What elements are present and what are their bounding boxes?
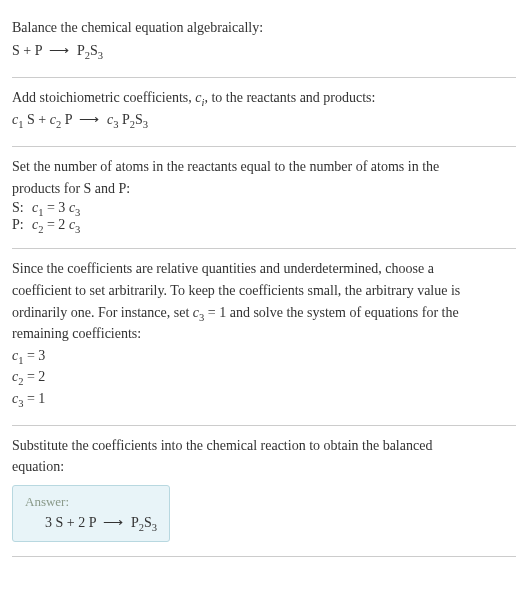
balance-row-p: P: c2 = 2 c3 — [12, 217, 516, 233]
reactant-s: S — [12, 43, 20, 58]
label-p: P: — [12, 217, 32, 233]
solve-line1: Since the coefficients are relative quan… — [12, 259, 516, 279]
p-base: P — [131, 515, 139, 530]
product-p: P — [77, 43, 85, 58]
section-add-coefficients: Add stoichiometric coefficients, ci, to … — [12, 78, 516, 148]
p-sub2: 3 — [143, 119, 148, 130]
sub-line1: Substitute the coefficients into the che… — [12, 436, 516, 456]
balance-line1: Set the number of atoms in the reactants… — [12, 157, 516, 177]
balanced-equation: 3 S + 2 P ⟶ P2S3 — [25, 514, 157, 531]
solve-line3: ordinarily one. For instance, set c3 = 1… — [12, 303, 516, 323]
arrow: ⟶ — [103, 515, 123, 530]
l3-mid: = 1 and solve the system of equations fo… — [204, 305, 458, 320]
answer-label: Answer: — [25, 494, 157, 510]
p-mid: S — [135, 112, 143, 127]
balance-line2: products for S and P: — [12, 179, 516, 199]
sub: 3 — [75, 224, 80, 235]
val: = 2 — [23, 369, 45, 384]
unbalanced-equation: S + P ⟶ P2S3 — [12, 42, 516, 59]
section-problem: Balance the chemical equation algebraica… — [12, 8, 516, 78]
reaction-arrow: ⟶ — [49, 43, 69, 58]
eq-s: c1 = 3 c3 — [32, 200, 80, 216]
p-sub2: 3 — [152, 522, 157, 533]
product-s: S — [90, 43, 98, 58]
solve-line4: remaining coefficients: — [12, 324, 516, 344]
arrow: ⟶ — [79, 112, 99, 127]
balance-row-s: S: c1 = 3 c3 — [12, 200, 516, 216]
product-sub2: 3 — [98, 49, 103, 60]
plus: + — [38, 112, 46, 127]
result-c3: c3 = 1 — [12, 389, 516, 409]
answer-box: Answer: 3 S + 2 P ⟶ P2S3 — [12, 485, 170, 542]
label-s: S: — [12, 200, 32, 216]
eq: = 3 — [43, 200, 68, 215]
r1: S — [23, 112, 34, 127]
section-atom-balance: Set the number of atoms in the reactants… — [12, 147, 516, 249]
p-base: P — [122, 112, 130, 127]
result-c2: c2 = 2 — [12, 367, 516, 387]
result-c1: c1 = 3 — [12, 346, 516, 366]
section-solve: Since the coefficients are relative quan… — [12, 249, 516, 425]
problem-title: Balance the chemical equation algebraica… — [12, 18, 516, 38]
coeff-equation: c1 S + c2 P ⟶ c3 P2S3 — [12, 111, 516, 128]
instr-post: , to the reactants and products: — [204, 90, 375, 105]
r2: P — [61, 112, 72, 127]
plus-sign: + — [23, 43, 31, 58]
val: = 3 — [23, 348, 45, 363]
eq-p: c2 = 2 c3 — [32, 217, 80, 233]
reactant-p: P — [35, 43, 42, 58]
section-answer: Substitute the coefficients into the che… — [12, 426, 516, 557]
eq-pre: 3 S + 2 P — [45, 515, 99, 530]
sub-line2: equation: — [12, 457, 516, 477]
l3-pre: ordinarily one. For instance, set — [12, 305, 193, 320]
eq: = 2 — [43, 217, 68, 232]
val: = 1 — [23, 391, 45, 406]
solve-line2: coefficient to set arbitrarily. To keep … — [12, 281, 516, 301]
coeff-instruction: Add stoichiometric coefficients, ci, to … — [12, 88, 516, 108]
instr-pre: Add stoichiometric coefficients, — [12, 90, 195, 105]
p-mid: S — [144, 515, 152, 530]
